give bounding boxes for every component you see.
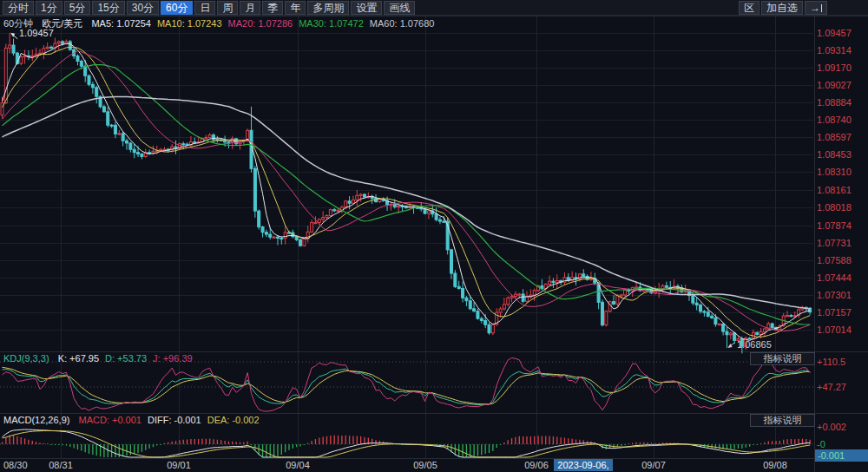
candle-down [711, 316, 713, 318]
tab-设置[interactable]: 设置 [351, 1, 382, 15]
candle-down [122, 134, 124, 141]
candle-down [62, 42, 64, 43]
price-axis-label: 1.07444 [817, 272, 867, 283]
candle-down [703, 311, 706, 312]
macd-values: MACD: +0.001DIFF: -0.001DEA: -0.002 [78, 415, 265, 425]
period-tabs: 分时1分5分15分30分60分日周月季年多周期设置画线 [3, 1, 417, 15]
candle-down [462, 288, 464, 298]
candle-up [311, 223, 313, 233]
crosshair-macd-value-label: -0.001 [815, 449, 868, 462]
candle-down [224, 141, 227, 142]
candle-up [46, 47, 49, 48]
candle-down [450, 250, 453, 273]
tab-年[interactable]: 年 [285, 1, 306, 15]
price-axis-label: 1.08453 [817, 149, 867, 160]
candle-up [518, 294, 521, 295]
candle-down [438, 220, 441, 221]
candle-down [692, 296, 694, 304]
candle-down [299, 239, 302, 246]
candle-up [152, 151, 155, 153]
toolbar-button-加自选[interactable]: 加自选 [761, 1, 803, 15]
candle-up [20, 57, 23, 64]
price-axis-label: 1.08018 [817, 202, 867, 213]
candle-down [473, 309, 476, 311]
candle-down [454, 273, 457, 286]
indicator-value: J: +96.39 [153, 353, 193, 364]
candle-down [424, 209, 426, 213]
macd-info-button[interactable]: 指标说明 [750, 414, 815, 427]
candle-down [488, 324, 490, 333]
toolbar: 分时1分5分15分30分60分日周月季年多周期设置画线 区加自选 → [0, 0, 868, 16]
candle-down [110, 125, 113, 126]
toolbar-right-tabs: 区加自选 [739, 1, 805, 15]
candle-up [427, 211, 430, 213]
candle-up [661, 285, 664, 289]
tab-日[interactable]: 日 [194, 1, 215, 15]
candle-up [318, 220, 320, 223]
tab-15分[interactable]: 15分 [92, 1, 124, 15]
candle-down [126, 141, 128, 143]
candle-down [88, 75, 90, 84]
price-axis-label: 1.09170 [817, 62, 867, 73]
candle-down [695, 303, 698, 305]
candle-up [314, 222, 317, 223]
candle-up [616, 295, 619, 304]
price-axis-label: 1.07874 [817, 220, 867, 231]
candle-down [69, 42, 71, 49]
candle-up [23, 56, 26, 56]
candle-up [635, 287, 638, 288]
macd-axis-label: +0.002 [817, 422, 867, 432]
tab-周[interactable]: 周 [217, 1, 238, 15]
candle-up [356, 195, 358, 200]
candle-up [718, 324, 720, 324]
candle-down [102, 107, 105, 112]
candle-up [273, 237, 275, 238]
price-pane-header: 60分钟 欧元/美元 MA5: 1.07254MA10: 1.07243MA20… [3, 17, 446, 30]
candle-up [208, 135, 211, 138]
tab-月[interactable]: 月 [240, 1, 260, 15]
candle-down [182, 144, 185, 145]
candle-up [337, 210, 339, 211]
price-axis-label: 1.07301 [817, 290, 867, 300]
price-axis-label: 1.07731 [817, 238, 867, 248]
price-axis-label: 1.08310 [817, 167, 867, 177]
tab-5分[interactable]: 5分 [64, 1, 91, 15]
kdj-info-button[interactable]: 指标说明 [750, 352, 815, 365]
price-axis-label: 1.07588 [817, 255, 867, 266]
candle-down [790, 316, 792, 317]
price-axis-label: 1.08597 [817, 132, 867, 142]
price-axis-label: 1.09027 [817, 80, 867, 90]
ma-legend: MA5: 1.07254MA10: 1.07243MA20: 1.07286MA… [91, 18, 440, 29]
candle-up [352, 200, 354, 204]
candle-down [707, 312, 709, 317]
tab-60分[interactable]: 60分 [161, 1, 193, 15]
x-axis-label: 08/30 [3, 460, 28, 470]
candle-down [269, 234, 272, 237]
candle-down [469, 301, 471, 309]
candle-up [205, 137, 207, 138]
tab-30分[interactable]: 30分 [127, 1, 159, 15]
price-axis-label: 1.07014 [817, 324, 867, 335]
tab-多周期[interactable]: 多周期 [307, 1, 349, 15]
candle-up [763, 329, 766, 331]
candle-down [465, 298, 468, 300]
candle-down [435, 214, 437, 220]
candle-up [620, 295, 622, 296]
candle-up [322, 218, 325, 220]
candle-down [348, 201, 351, 203]
tab-1分[interactable]: 1分 [36, 1, 62, 15]
toolbar-button-区[interactable]: 区 [739, 1, 760, 15]
tab-画线[interactable]: 画线 [384, 1, 415, 15]
collapse-panel-icon[interactable]: → [805, 1, 827, 15]
kdj-title: KDJ(9,3,3) [3, 353, 49, 364]
indicator-value: MA30: 1.07472 [299, 18, 364, 29]
price-axis-label: 1.08884 [817, 97, 867, 108]
indicator-value: MA5: 1.07254 [91, 18, 151, 29]
trading-chart-app: 分时1分5分15分30分60分日周月季年多周期设置画线 区加自选 → 60分钟 … [0, 0, 868, 472]
tab-分时[interactable]: 分时 [3, 1, 34, 15]
candle-down [50, 47, 53, 48]
tab-季[interactable]: 季 [262, 1, 283, 15]
candle-down [613, 302, 615, 305]
candle-down [601, 302, 603, 324]
arrow-right-icon: → [810, 2, 820, 14]
